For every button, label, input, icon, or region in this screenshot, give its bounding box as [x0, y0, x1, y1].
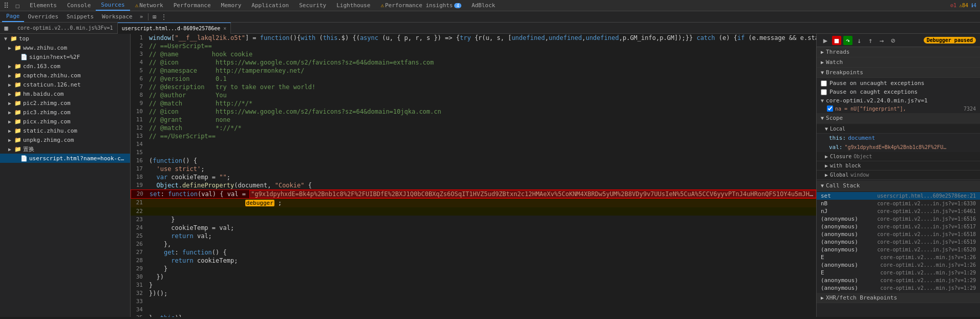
tab-adblock[interactable]: AdBlock: [466, 0, 500, 11]
call-stack-item-11[interactable]: (anonymous) core-optimi.v2....min.js?v=1…: [817, 277, 980, 284]
threads-section-header[interactable]: ▶ Threads: [817, 47, 980, 57]
code-line-3: 3 // @name hook cookie: [131, 50, 816, 58]
sidebar-item-cdn[interactable]: ▶ 📁 cdn.163.com: [0, 61, 130, 71]
nav-bar: ⠿ ☐ Elements Console Sources ⚠ Network P…: [0, 0, 980, 11]
code-line-21: 21 debugger ;: [131, 199, 816, 207]
code-line-29: 29 }: [131, 265, 816, 273]
step-btn[interactable]: →: [877, 36, 886, 45]
code-line-24: 24 cookieTemp = val;: [131, 224, 816, 232]
devtools-icon-1[interactable]: ⠿: [2, 2, 10, 10]
bp-file-1[interactable]: ▼ core-optimi.v2.24.0.min.js?v=1: [817, 96, 980, 105]
call-stack-section-header[interactable]: ▼ Call Stack: [817, 181, 980, 191]
more-icon[interactable]: ⋮: [159, 13, 169, 20]
pause-caught-checkbox[interactable]: [821, 89, 827, 95]
sidebar-item-zhihu[interactable]: ▶ 📁 www.zhihu.com: [0, 43, 130, 52]
sidebar-item-picx[interactable]: ▶ 📁 picx.zhimg.com: [0, 117, 130, 126]
call-stack-content: set userscript.html...609e25786ee:21 nB …: [817, 191, 980, 293]
pause-uncaught-label: Pause on uncaught exceptions: [829, 80, 924, 87]
tab-security[interactable]: Security: [294, 0, 331, 11]
bp-checkbox-1[interactable]: [827, 105, 833, 112]
file-tab-2-close[interactable]: ×: [223, 26, 226, 31]
line-num-30: 30: [131, 273, 147, 281]
scope-section-header[interactable]: ▼ Scope: [817, 113, 980, 123]
with-scope-header[interactable]: ▶ with block: [817, 161, 980, 171]
call-stack-item-12[interactable]: (anonymous) core-optimi.v2....min.js?v=1…: [817, 284, 980, 292]
sidebar-item-captcha[interactable]: ▶ 📁 captcha.zhihu.com: [0, 71, 130, 80]
devtools-icon-2[interactable]: ☐: [13, 2, 22, 10]
tab-elements[interactable]: Elements: [25, 0, 62, 11]
sidebar-item-signin[interactable]: 📄 signin?next=%2F: [0, 52, 130, 61]
line-content-17: 'use strict';: [147, 165, 816, 173]
xhr-section-header[interactable]: ▶ XHR/fetch Breakpoints: [817, 293, 980, 303]
unpkg-arrow: ▶: [8, 137, 14, 143]
code-line-8: 8 // @author You: [131, 91, 816, 99]
call-stack-fn-12: (anonymous): [821, 285, 858, 291]
call-stack-item-0[interactable]: set userscript.html...609e25786ee:21: [817, 192, 980, 200]
call-stack-file-11: core-optimi.v2....min.js?v=1:29: [880, 278, 976, 283]
subnav-workspace[interactable]: Workspace: [98, 11, 137, 22]
tab-network[interactable]: ⚠ Network: [130, 0, 168, 11]
code-editor[interactable]: 1 window["__f__lakql2ik.o5t"] = function…: [131, 34, 816, 317]
call-stack-item-5[interactable]: (anonymous) core-optimi.v2....in.js?v=1:…: [817, 230, 980, 238]
call-stack-item-6[interactable]: (anonymous) core-optimi.v2....in.js?v=1:…: [817, 238, 980, 246]
tab-console[interactable]: Console: [62, 0, 96, 11]
breakpoints-section-header[interactable]: ▼ Breakpoints: [817, 68, 980, 78]
line-content-25: return val;: [147, 232, 816, 240]
watch-arrow: ▶: [821, 59, 824, 65]
step-over-btn[interactable]: ↷: [843, 36, 853, 45]
sidebar-item-pic3[interactable]: ▶ 📁 pic3.zhimg.com: [0, 108, 130, 117]
subnav-page[interactable]: Page: [2, 11, 24, 22]
line-content-1: window["__f__lakql2ik.o5t"] = function()…: [147, 34, 816, 42]
zhihu-icon: 📁: [14, 45, 22, 51]
call-stack-item-9[interactable]: (anonymous) core-optimi.v2....min.js?v=1…: [817, 261, 980, 269]
step-into-btn[interactable]: ↓: [855, 36, 864, 45]
pause-resume-btn[interactable]: ▶: [821, 36, 830, 45]
file-tab-2[interactable]: userscript.html...d-8609e25786ee ×: [118, 23, 231, 34]
global-scope-header[interactable]: ▶ Global window: [817, 171, 980, 180]
pause-uncaught-checkbox[interactable]: [821, 80, 827, 87]
sidebar-item-pic2[interactable]: ▶ 📁 pic2.zhimg.com: [0, 98, 130, 108]
sidebar-item-cstatic[interactable]: ▶ 📁 cstaticun.126.net: [0, 80, 130, 89]
file-grid-icon[interactable]: ▦: [2, 24, 10, 32]
call-stack-fn-9: (anonymous): [821, 262, 858, 268]
call-stack-item-1[interactable]: nB core-optimi.v2....in.js?v=1:6330: [817, 200, 980, 207]
with-label: with block: [830, 163, 861, 168]
sidebar-item-top[interactable]: ▼ 📁 top: [0, 34, 130, 43]
tab-memory[interactable]: Memory: [216, 0, 247, 11]
call-stack-item-4[interactable]: (anonymous) core-optimi.v2....in.js?v=1:…: [817, 223, 980, 230]
call-stack-item-3[interactable]: (anonymous) core-optimi.v2....in.js?v=1:…: [817, 215, 980, 223]
sidebar-item-zhihuan[interactable]: ▶ 📁 置换: [0, 144, 130, 154]
sidebar-item-unpkg[interactable]: ▶ 📁 unpkg.zhimg.com: [0, 135, 130, 144]
watch-section-header[interactable]: ▶ Watch: [817, 57, 980, 68]
step-out-btn[interactable]: ↑: [866, 36, 875, 45]
sidebar-label-top: top: [19, 35, 29, 42]
call-stack-fn-7: (anonymous): [821, 246, 858, 253]
deactivate-btn[interactable]: ⊘: [888, 36, 898, 45]
subnav-overrides[interactable]: Overrides: [24, 11, 63, 22]
tab-performance[interactable]: Performance: [168, 0, 216, 11]
tab-application[interactable]: Application: [246, 0, 294, 11]
scope-arrow: ▼: [821, 115, 824, 121]
subnav-snippets[interactable]: Snippets: [62, 11, 98, 22]
call-stack-item-2[interactable]: nJ core-optimi.v2....in.js?v=1:6461: [817, 207, 980, 215]
sidebar-item-baidu[interactable]: ▶ 📁 hm.baidu.com: [0, 89, 130, 98]
tab-lighthouse[interactable]: Lighthouse: [331, 0, 375, 11]
line-content-24: cookieTemp = val;: [147, 224, 816, 232]
line-content-12: // @match *://*/*: [147, 124, 816, 132]
call-stack-item-10[interactable]: E core-optimi.v2....min.js?v=1:29: [817, 269, 980, 277]
stop-btn[interactable]: ■: [832, 36, 841, 45]
file-tab-1[interactable]: core-optimi.v2...0.min.js%3Fv=1: [13, 23, 118, 34]
sidebar-item-userscript[interactable]: 📄 userscript.html?name=hook-cookie.user.…: [0, 154, 130, 163]
sidebar-item-static[interactable]: ▶ 📁 static.zhihu.com: [0, 126, 130, 135]
sync-icon[interactable]: ⊞: [151, 13, 158, 20]
line-num-14: 14: [131, 140, 147, 148]
tab-perf-insights[interactable]: ⚠ Performance insights 4: [375, 0, 466, 11]
code-line-18: 18 var cookieTemp = "";: [131, 173, 816, 181]
tab-sources[interactable]: Sources: [96, 0, 130, 11]
line-num-25: 25: [131, 232, 147, 240]
subnav-more[interactable]: »: [137, 13, 146, 20]
call-stack-item-8[interactable]: E core-optimi.v2....min.js?v=1:26: [817, 253, 980, 261]
local-scope-header[interactable]: ▼ Local: [817, 124, 980, 134]
call-stack-item-7[interactable]: (anonymous) core-optimi.v2....in.js?v=1:…: [817, 246, 980, 253]
closure-scope-header[interactable]: ▶ Closure Object: [817, 152, 980, 161]
